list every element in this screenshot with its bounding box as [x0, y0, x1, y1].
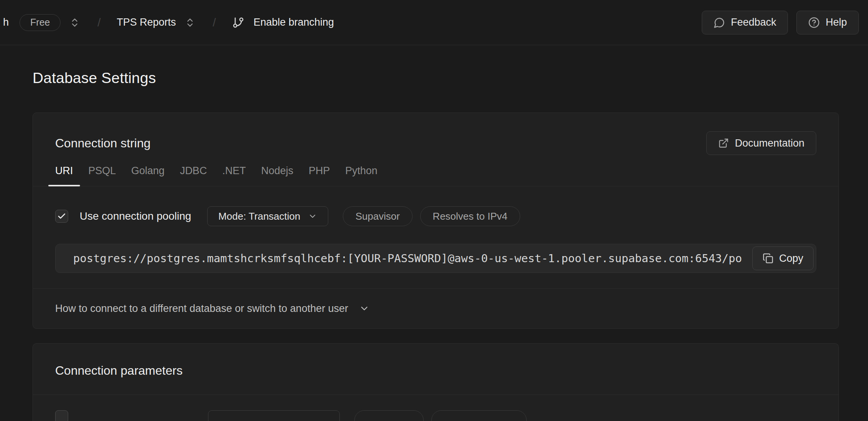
help-label: Help: [825, 16, 847, 28]
chevrons-up-down-icon: [185, 17, 195, 28]
main-content: Database Settings Connection string Docu…: [0, 70, 868, 421]
connection-parameters-checkbox[interactable]: [55, 410, 68, 421]
external-link-icon: [718, 138, 729, 148]
tab-nodejs[interactable]: Nodejs: [254, 165, 300, 186]
top-navigation-bar: h Free / TPS Reports / Enable branching: [0, 0, 868, 45]
use-connection-pooling-checkbox[interactable]: [55, 210, 68, 223]
connection-parameters-badge-2: [431, 410, 527, 421]
connection-pooling-row: Use connection pooling Mode: Transaction…: [33, 206, 839, 226]
tab-golang[interactable]: Golang: [124, 165, 172, 186]
tab-python[interactable]: Python: [338, 165, 384, 186]
documentation-button[interactable]: Documentation: [706, 131, 816, 155]
breadcrumb-separator: /: [97, 16, 100, 29]
connection-string-title: Connection string: [55, 136, 151, 150]
tab-uri[interactable]: URI: [48, 165, 80, 186]
pooling-mode-select[interactable]: Mode: Transaction: [207, 206, 328, 226]
connection-parameters-badge-1: [354, 410, 424, 421]
use-connection-pooling-label: Use connection pooling: [80, 210, 191, 222]
connection-string-value: postgres://postgres.mamtshcrksmfsqlhcebf…: [73, 252, 742, 265]
tab-php[interactable]: PHP: [302, 165, 337, 186]
message-bubble-icon: [714, 17, 725, 28]
resolves-to-ipv4-badge: Resolves to IPv4: [420, 206, 520, 226]
connection-parameters-label-cutoff: [137, 410, 193, 421]
git-branch-icon: [232, 16, 244, 29]
feedback-label: Feedback: [731, 16, 776, 28]
connection-parameters-mode-select[interactable]: [208, 410, 340, 421]
connection-parameters-card-header: Connection parameters: [33, 344, 839, 395]
connection-string-input[interactable]: postgres://postgres.mamtshcrksmfsqlhcebf…: [55, 244, 816, 273]
how-to-connect-label: How to connect to a different database o…: [55, 303, 348, 315]
connection-parameters-row-partial: [33, 395, 839, 421]
documentation-label: Documentation: [735, 137, 804, 149]
chevrons-up-down-icon: [69, 17, 80, 28]
app-root: h Free / TPS Reports / Enable branching: [0, 0, 868, 421]
supavisor-badge: Supavisor: [343, 206, 413, 226]
connection-parameters-card: Connection parameters: [33, 343, 839, 421]
breadcrumb: h Free / TPS Reports / Enable branching: [3, 14, 334, 31]
org-name-truncated[interactable]: h: [3, 16, 9, 28]
how-to-connect-expander[interactable]: How to connect to a different database o…: [33, 288, 839, 328]
project-name[interactable]: TPS Reports: [117, 16, 176, 28]
feedback-button[interactable]: Feedback: [702, 11, 788, 34]
enable-branching-button[interactable]: Enable branching: [232, 16, 334, 29]
help-circle-icon: [808, 17, 820, 28]
copy-label: Copy: [779, 253, 803, 264]
connection-string-card-header: Connection string Documentation: [33, 113, 839, 155]
org-switcher-button[interactable]: [68, 16, 81, 29]
plan-badge[interactable]: Free: [20, 14, 61, 31]
chevron-down-icon: [308, 212, 317, 221]
connection-parameters-title: Connection parameters: [55, 364, 816, 378]
tab-jdbc[interactable]: JDBC: [173, 165, 214, 186]
topbar-actions: Feedback Help: [702, 11, 859, 34]
chevron-down-icon: [359, 303, 370, 314]
connection-string-card: Connection string Documentation URI PSQL…: [33, 113, 839, 329]
tab-dotnet[interactable]: .NET: [215, 165, 253, 186]
page-title: Database Settings: [33, 70, 839, 86]
connection-string-tabs: URI PSQL Golang JDBC .NET Nodejs PHP Pyt…: [33, 165, 839, 186]
pooling-mode-value: Mode: Transaction: [218, 210, 300, 222]
help-button[interactable]: Help: [796, 11, 859, 34]
enable-branching-label: Enable branching: [254, 16, 334, 28]
copy-button[interactable]: Copy: [752, 246, 814, 270]
project-switcher-button[interactable]: [183, 16, 197, 29]
copy-icon: [763, 253, 773, 264]
breadcrumb-separator: /: [213, 16, 216, 29]
connection-uri-row: postgres://postgres.mamtshcrksmfsqlhcebf…: [55, 244, 816, 273]
check-icon: [57, 212, 66, 221]
tab-psql[interactable]: PSQL: [82, 165, 123, 186]
